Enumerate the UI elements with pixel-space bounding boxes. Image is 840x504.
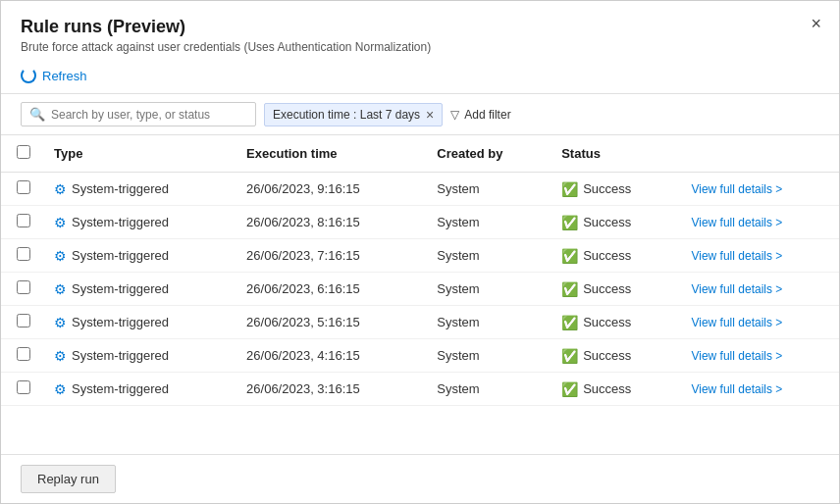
row-execution-time: 26/06/2023, 8:16:15 [235, 206, 425, 239]
row-execution-time: 26/06/2023, 4:16:15 [235, 339, 425, 373]
gear-icon: ⚙ [54, 248, 67, 264]
view-full-details-link[interactable]: View full details > [691, 382, 782, 396]
row-action-cell: View full details > [679, 173, 839, 206]
row-checkbox[interactable] [17, 280, 30, 294]
success-icon: ✅ [561, 248, 578, 264]
replay-run-button[interactable]: Replay run [21, 465, 116, 493]
row-status: Success [583, 348, 631, 363]
row-type: System-triggered [72, 381, 169, 396]
close-button[interactable]: × [811, 15, 821, 32]
row-status: Success [583, 181, 631, 196]
col-header-action [679, 135, 839, 173]
col-header-type: Type [42, 135, 235, 173]
execution-filter-close[interactable]: × [426, 108, 434, 122]
row-action-cell: View full details > [679, 239, 839, 273]
table-scroll[interactable]: Type Execution time Created by Status ⚙ … [1, 135, 839, 454]
row-checkbox[interactable] [17, 247, 30, 261]
row-check-cell [1, 239, 42, 273]
search-box[interactable]: 🔍 [21, 102, 256, 126]
view-full-details-link[interactable]: View full details > [691, 316, 782, 329]
row-created-by: System [425, 339, 550, 373]
row-type-cell: ⚙ System-triggered [42, 173, 235, 206]
row-type-cell: ⚙ System-triggered [42, 273, 235, 306]
success-icon: ✅ [561, 315, 578, 330]
footer: Replay run [1, 454, 839, 503]
row-type-cell: ⚙ System-triggered [42, 339, 235, 373]
row-status-cell: ✅ Success [550, 373, 679, 406]
row-action-cell: View full details > [679, 373, 839, 406]
refresh-button[interactable]: Refresh [21, 68, 87, 83]
row-status: Success [583, 281, 631, 296]
view-full-details-link[interactable]: View full details > [691, 182, 782, 196]
row-status-cell: ✅ Success [550, 273, 679, 306]
rule-runs-dialog: Rule runs (Preview) Brute force attack a… [0, 0, 840, 504]
row-execution-time: 26/06/2023, 5:16:15 [235, 306, 425, 339]
gear-icon: ⚙ [54, 348, 67, 364]
success-icon: ✅ [561, 381, 578, 397]
table-row: ⚙ System-triggered 26/06/2023, 6:16:15 S… [1, 273, 839, 306]
row-type: System-triggered [72, 281, 169, 296]
row-status-cell: ✅ Success [550, 339, 679, 373]
view-full-details-link[interactable]: View full details > [691, 349, 782, 363]
row-type-cell: ⚙ System-triggered [42, 373, 235, 406]
row-check-cell [1, 373, 42, 406]
table-row: ⚙ System-triggered 26/06/2023, 3:16:15 S… [1, 373, 839, 406]
row-type-cell: ⚙ System-triggered [42, 206, 235, 239]
row-type-cell: ⚙ System-triggered [42, 306, 235, 339]
select-all-checkbox[interactable] [17, 145, 30, 159]
row-status: Success [583, 381, 631, 396]
row-check-cell [1, 173, 42, 206]
row-type: System-triggered [72, 248, 169, 263]
row-execution-time: 26/06/2023, 7:16:15 [235, 239, 425, 273]
gear-icon: ⚙ [54, 381, 67, 397]
row-status: Success [583, 215, 631, 229]
row-checkbox[interactable] [17, 347, 30, 361]
col-header-execution-time: Execution time [235, 135, 425, 173]
row-created-by: System [425, 273, 550, 306]
success-icon: ✅ [561, 348, 578, 364]
dialog-header: Rule runs (Preview) Brute force attack a… [1, 1, 839, 58]
view-full-details-link[interactable]: View full details > [691, 249, 782, 263]
row-type: System-triggered [72, 348, 169, 363]
table-row: ⚙ System-triggered 26/06/2023, 5:16:15 S… [1, 306, 839, 339]
execution-filter-label: Execution time : Last 7 days [273, 108, 420, 122]
toolbar: Refresh [1, 58, 839, 94]
row-type: System-triggered [72, 215, 169, 229]
add-filter-label: Add filter [464, 108, 510, 122]
row-created-by: System [425, 239, 550, 273]
row-execution-time: 26/06/2023, 6:16:15 [235, 273, 425, 306]
row-check-cell [1, 306, 42, 339]
row-status-cell: ✅ Success [550, 173, 679, 206]
row-checkbox[interactable] [17, 180, 30, 194]
refresh-icon [21, 68, 36, 83]
view-full-details-link[interactable]: View full details > [691, 282, 782, 296]
row-execution-time: 26/06/2023, 9:16:15 [235, 173, 425, 206]
execution-filter-chip: Execution time : Last 7 days × [264, 103, 443, 126]
gear-icon: ⚙ [54, 181, 67, 197]
col-header-created-by: Created by [425, 135, 550, 173]
success-icon: ✅ [561, 215, 578, 230]
search-input[interactable] [51, 108, 247, 122]
row-checkbox[interactable] [17, 380, 30, 394]
row-checkbox[interactable] [17, 214, 30, 227]
row-type: System-triggered [72, 181, 169, 196]
row-status: Success [583, 315, 631, 329]
runs-table: Type Execution time Created by Status ⚙ … [1, 135, 839, 406]
search-icon: 🔍 [29, 107, 45, 122]
row-status-cell: ✅ Success [550, 306, 679, 339]
table-row: ⚙ System-triggered 26/06/2023, 9:16:15 S… [1, 173, 839, 206]
gear-icon: ⚙ [54, 315, 67, 330]
refresh-label: Refresh [42, 69, 87, 83]
gear-icon: ⚙ [54, 281, 67, 297]
row-check-cell [1, 339, 42, 373]
filter-icon: ▽ [450, 108, 459, 122]
col-header-check [1, 135, 42, 173]
row-action-cell: View full details > [679, 339, 839, 373]
row-action-cell: View full details > [679, 306, 839, 339]
row-status-cell: ✅ Success [550, 239, 679, 273]
table-row: ⚙ System-triggered 26/06/2023, 8:16:15 S… [1, 206, 839, 239]
success-icon: ✅ [561, 181, 578, 197]
add-filter-button[interactable]: ▽ Add filter [450, 108, 510, 122]
view-full-details-link[interactable]: View full details > [691, 216, 782, 229]
row-checkbox[interactable] [17, 314, 30, 328]
